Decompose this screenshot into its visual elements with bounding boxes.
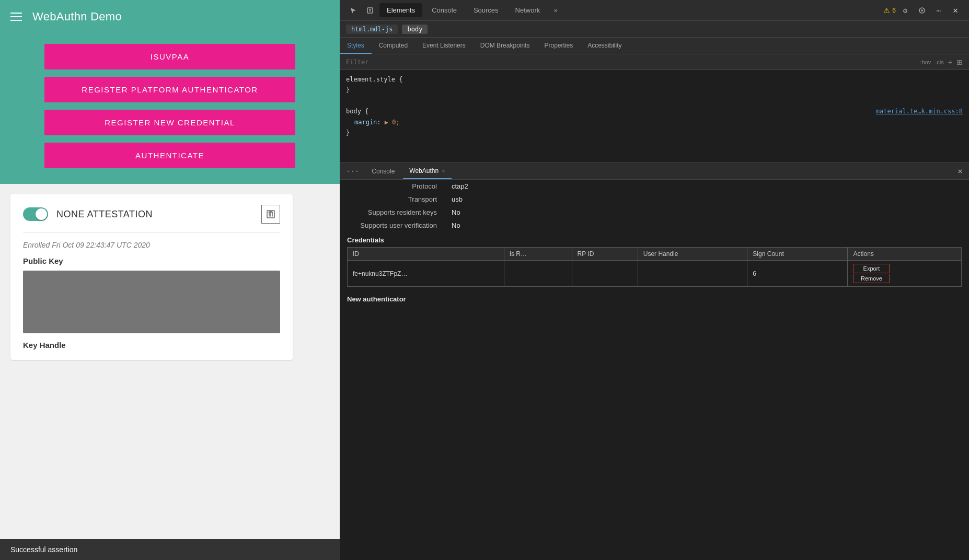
tab-elements[interactable]: Elements [379, 3, 422, 17]
user-verification-row: Supports user verification No [340, 219, 969, 232]
protocol-row: Protocol ctap2 [340, 180, 969, 193]
styles-tab-dom-breakpoints[interactable]: DOM Breakpoints [473, 38, 537, 54]
user-verification-val: No [444, 219, 969, 232]
cred-is-r-cell [504, 261, 572, 287]
devtools-topbar: Elements Console Sources Network » ⚠ 6 ⚙… [340, 0, 969, 21]
credentials-table: ID Is R… RP ID User Handle Sign Count Ac… [347, 247, 962, 287]
styles-tab-styles[interactable]: Styles [340, 38, 372, 54]
webauthn-info-table: Protocol ctap2 Transport usb Supports re… [340, 180, 969, 232]
styles-filter-input[interactable] [346, 59, 916, 66]
cred-sign-count-cell: 6 [747, 261, 848, 287]
more-options-icon[interactable]: ⋯ [931, 3, 946, 18]
enrolled-text: Enrolled Fri Oct 09 22:43:47 UTC 2020 [23, 241, 280, 249]
close-devtools-icon[interactable]: ✕ [948, 3, 963, 18]
bottom-tab-console[interactable]: Console [365, 163, 401, 179]
hamburger-icon[interactable] [10, 13, 22, 21]
feedback-icon[interactable] [915, 3, 929, 18]
col-rp-id: RP ID [572, 248, 638, 261]
credentials-header-row: ID Is R… RP ID User Handle Sign Count Ac… [348, 248, 962, 261]
resident-keys-val: No [444, 206, 969, 219]
resident-keys-row: Supports resident keys No [340, 206, 969, 219]
cls-filter-btn[interactable]: .cls [935, 59, 944, 65]
resident-keys-label: Supports resident keys [340, 206, 444, 219]
topbar-right: ⚠ 6 ⚙ ⋯ ✕ [883, 3, 963, 18]
status-bar: Successful assertion [0, 539, 340, 560]
protocol-label: Protocol [340, 180, 444, 193]
attestation-label: NONE ATTESTATION [56, 209, 153, 220]
register-platform-button[interactable]: REGISTER PLATFORM AUTHENTICATOR [44, 77, 295, 102]
tab-console[interactable]: Console [424, 3, 464, 17]
warning-badge: ⚠ 6 [883, 6, 896, 15]
status-text: Successful assertion [10, 545, 77, 554]
credentials-section: Credentials ID Is R… RP ID User Handle S… [340, 232, 969, 291]
styles-tab-accessibility[interactable]: Accessibility [580, 38, 629, 54]
inspect-icon[interactable] [363, 3, 377, 18]
credential-row: fe+nuknu3ZTFpZ… 6 Export Remove [348, 261, 962, 287]
app-header: WebAuthn Demo [0, 0, 340, 33]
user-verification-label: Supports user verification [340, 219, 444, 232]
content-area: NONE ATTESTATION Enrolled Fri Oct 09 22:… [0, 184, 340, 539]
webauthn-tab-close[interactable]: × [442, 168, 445, 174]
new-auth-title: New authenticator [347, 295, 962, 303]
dom-breadcrumb-bar: html.mdl-js body [340, 21, 969, 38]
add-style-btn[interactable]: + [948, 58, 952, 66]
expand-style-btn[interactable]: ⊞ [956, 58, 963, 66]
protocol-val: ctap2 [444, 180, 969, 193]
cred-user-handle-cell [638, 261, 747, 287]
key-handle-label: Key Handle [23, 341, 280, 349]
attestation-toggle[interactable] [23, 207, 48, 221]
dom-tag-body[interactable]: body [402, 25, 428, 34]
svg-rect-1 [367, 8, 373, 13]
warning-count: 6 [892, 7, 896, 14]
bottom-tab-webauthn[interactable]: WebAuthn × [403, 163, 451, 179]
new-authenticator-section: New authenticator [340, 291, 969, 307]
card-header: NONE ATTESTATION [23, 205, 280, 232]
remove-credential-btn[interactable]: Remove [853, 274, 890, 283]
credentials-title: Credentials [347, 236, 962, 244]
styles-tab-properties[interactable]: Properties [537, 38, 580, 54]
isuvpaa-button[interactable]: ISUVPAA [44, 44, 295, 69]
styles-tabs-bar: Styles Computed Event Listeners DOM Brea… [340, 38, 969, 54]
export-credential-btn[interactable]: Export [853, 264, 890, 273]
hov-filter-btn[interactable]: :hov [920, 59, 931, 65]
tab-network[interactable]: Network [508, 3, 548, 17]
more-tabs-button[interactable]: » [549, 3, 562, 17]
bottom-pane-close-btn[interactable]: × [958, 166, 963, 176]
app-title: WebAuthn Demo [32, 10, 122, 24]
transport-val: usb [444, 193, 969, 206]
bottom-tabs-bar: ··· Console WebAuthn × × [340, 163, 969, 180]
tab-sources[interactable]: Sources [466, 3, 506, 17]
authenticate-button[interactable]: AUTHENTICATE [44, 143, 295, 168]
transport-label: Transport [340, 193, 444, 206]
styles-content: element.style { } body { material.te…k.m… [340, 70, 969, 162]
col-sign-count: Sign Count [747, 248, 848, 261]
buttons-area: ISUVPAA REGISTER PLATFORM AUTHENTICATOR … [0, 33, 340, 184]
public-key-label: Public Key [23, 256, 280, 265]
public-key-box [23, 271, 280, 333]
col-is-r: Is R… [504, 248, 572, 261]
delete-icon[interactable] [261, 205, 280, 224]
styles-filter-bar: :hov .cls + ⊞ [340, 54, 969, 70]
col-user-handle: User Handle [638, 248, 747, 261]
register-credential-button[interactable]: REGISTER NEW CREDENTIAL [44, 110, 295, 135]
credential-card: NONE ATTESTATION Enrolled Fri Oct 09 22:… [10, 194, 293, 360]
styles-panel: Styles Computed Event Listeners DOM Brea… [340, 38, 969, 163]
cred-actions-cell: Export Remove [848, 261, 962, 287]
devtools-panel: Elements Console Sources Network » ⚠ 6 ⚙… [340, 0, 969, 560]
styles-tab-event-listeners[interactable]: Event Listeners [415, 38, 473, 54]
cred-rp-id-cell [572, 261, 638, 287]
transport-row: Transport usb [340, 193, 969, 206]
col-actions: Actions [848, 248, 962, 261]
bottom-more-icon[interactable]: ··· [346, 167, 359, 176]
col-id: ID [348, 248, 504, 261]
css-source-link[interactable]: material.te…k.min.css:8 [876, 106, 963, 116]
webauthn-content: Protocol ctap2 Transport usb Supports re… [340, 180, 969, 560]
devtools-bottom-pane: ··· Console WebAuthn × × Protocol ctap2 … [340, 163, 969, 560]
dom-tag-html[interactable]: html.mdl-js [346, 25, 398, 34]
settings-icon[interactable]: ⚙ [898, 3, 913, 18]
toggle-container: NONE ATTESTATION [23, 207, 153, 221]
cursor-icon[interactable] [346, 3, 361, 18]
styles-tab-computed[interactable]: Computed [372, 38, 415, 54]
cred-id-cell: fe+nuknu3ZTFpZ… [348, 261, 504, 287]
